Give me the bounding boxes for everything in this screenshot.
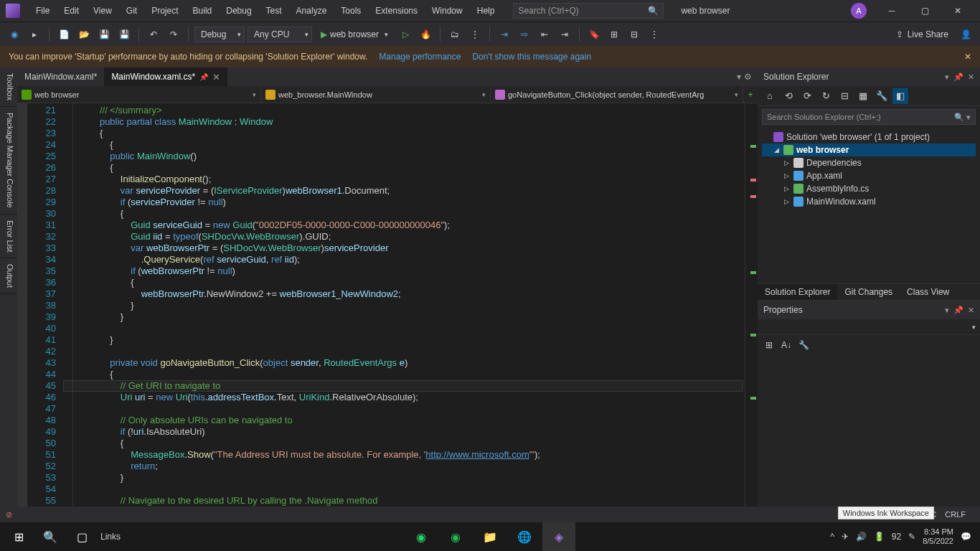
props-combo[interactable]: ▾ (758, 319, 980, 335)
error-count[interactable]: ⊘ (6, 510, 12, 519)
tool-1[interactable]: ⋮ (466, 26, 484, 43)
tray-chevron-icon[interactable]: ^ (830, 532, 834, 542)
whatsapp-icon[interactable]: ◉ (405, 522, 438, 551)
taskview-button[interactable]: ▢ (66, 522, 98, 551)
search-button[interactable]: 🔍 (34, 522, 66, 551)
menu-view[interactable]: View (86, 0, 119, 22)
collapse-icon[interactable]: ⊟ (837, 88, 852, 104)
categorized-icon[interactable]: ⊞ (762, 338, 776, 352)
menu-window[interactable]: Window (425, 0, 470, 22)
menu-debug[interactable]: Debug (219, 0, 258, 22)
show-all-icon[interactable]: ▦ (855, 88, 871, 104)
properties-icon[interactable]: 🔧 (874, 88, 890, 104)
switch-icon[interactable]: ⟲ (781, 88, 796, 104)
left-tab-output[interactable]: Output (0, 258, 17, 294)
indent-button[interactable]: ⇥ (556, 26, 573, 43)
refresh-icon[interactable]: ↻ (818, 88, 834, 104)
save-button[interactable]: 💾 (95, 26, 113, 43)
notifications-icon[interactable]: 💬 (961, 532, 971, 542)
volume-icon[interactable]: 🔊 (856, 532, 867, 542)
tree-item-dependencies[interactable]: ▷Dependencies (762, 156, 976, 169)
code-editor[interactable]: 2122232425262728293031323334353637383940… (17, 103, 758, 522)
wrench-icon[interactable]: 🔧 (796, 338, 811, 352)
alphabetical-icon[interactable]: A↓ (779, 338, 793, 352)
close-panel-button[interactable]: ✕ (968, 306, 974, 315)
browse-button[interactable]: 🗂 (446, 26, 463, 43)
menu-file[interactable]: File (29, 0, 57, 22)
redo-button[interactable]: ↷ (165, 26, 182, 43)
tab-mainwindow-cs[interactable]: MainWindow.xaml.cs* 📌 ✕ (104, 67, 227, 86)
nav-back-button[interactable]: ◉ (6, 26, 23, 43)
undo-button[interactable]: ↶ (145, 26, 162, 43)
battery-icon[interactable]: 🔋 (874, 532, 885, 542)
step-button[interactable]: ⇥ (496, 26, 513, 43)
close-button[interactable]: ✕ (941, 0, 974, 22)
minimize-button[interactable]: ─ (875, 0, 908, 22)
global-search-input[interactable]: Search (Ctrl+Q) 🔍 (513, 3, 664, 19)
manage-perf-link[interactable]: Manage performance (379, 52, 461, 62)
tab-mainwindow-xaml[interactable]: MainWindow.xaml* (17, 67, 104, 86)
menu-project[interactable]: Project (144, 0, 185, 22)
tree-item-assemblyinfo-cs[interactable]: ▷AssemblyInfo.cs (762, 182, 976, 195)
pin-icon[interactable]: 📌 (199, 73, 208, 81)
tab-git-changes[interactable]: Git Changes (837, 284, 900, 300)
start-debug-button[interactable]: ▶web browser▾ (315, 29, 394, 39)
links-toolbar[interactable]: Links (100, 532, 121, 542)
solution-node[interactable]: Solution 'web browser' (1 of 1 project) (762, 131, 976, 143)
left-tab-toolbox[interactable]: Toolbox (0, 67, 17, 107)
class-dropdown[interactable]: web_browser.MainWindow (261, 86, 491, 103)
maximize-button[interactable]: ▢ (908, 0, 941, 22)
chrome-icon[interactable]: 🌐 (508, 522, 541, 551)
menu-tools[interactable]: Tools (334, 0, 368, 22)
preview-button[interactable]: ▾ (737, 72, 741, 82)
new-project-button[interactable]: 📄 (55, 26, 72, 43)
ink-icon[interactable]: ✎ (908, 532, 915, 542)
menu-edit[interactable]: Edit (57, 0, 86, 22)
crlf-indicator[interactable]: CRLF (945, 510, 966, 519)
tree-item-app-xaml[interactable]: ▷App.xaml (762, 169, 976, 182)
start-button[interactable]: ⊞ (3, 522, 34, 551)
left-tab-package-manager-console[interactable]: Package Manager Console (0, 107, 17, 215)
spotify-icon[interactable]: ◉ (439, 522, 472, 551)
close-tab-button[interactable]: ✕ (212, 72, 220, 83)
dismiss-notif-link[interactable]: Don't show this message again (472, 52, 591, 62)
vs-taskbar-icon[interactable]: ◈ (542, 522, 575, 551)
tree-item-mainwindow-xaml[interactable]: ▷MainWindow.xaml (762, 195, 976, 208)
menu-git[interactable]: Git (119, 0, 144, 22)
member-dropdown[interactable]: goNavigateButton_Click(object sender, Ro… (491, 86, 743, 103)
add-icon[interactable]: + (743, 86, 758, 103)
outdent-button[interactable]: ⇤ (536, 26, 553, 43)
uncomment-button[interactable]: ⊟ (626, 26, 643, 43)
menu-build[interactable]: Build (186, 0, 220, 22)
close-notif-button[interactable]: ✕ (964, 52, 971, 62)
platform-dropdown[interactable]: Any CPU (248, 27, 312, 42)
menu-extensions[interactable]: Extensions (368, 0, 425, 22)
airplane-icon[interactable]: ✈ (842, 532, 849, 542)
config-dropdown[interactable]: Debug (194, 27, 245, 42)
hot-reload-button[interactable]: 🔥 (417, 26, 434, 43)
solution-search-input[interactable]: Search Solution Explorer (Ctrl+;) 🔍 ▾ (762, 109, 976, 125)
live-share-button[interactable]: ⇪ Live Share (890, 29, 954, 39)
overview-ruler[interactable] (745, 103, 758, 522)
more-button[interactable]: ⋮ (646, 26, 663, 43)
dropdown-icon[interactable]: ▾ (945, 72, 949, 82)
start-nodebug-button[interactable]: ▷ (397, 26, 414, 43)
properties-header[interactable]: Properties ▾ 📌 ✕ (758, 301, 980, 319)
tab-class-view[interactable]: Class View (900, 284, 956, 300)
project-dropdown[interactable]: web browser (17, 86, 261, 103)
feedback-button[interactable]: 👤 (957, 26, 974, 43)
open-button[interactable]: 📂 (75, 26, 93, 43)
sync-icon[interactable]: ⟳ (799, 88, 815, 104)
code-content[interactable]: /// </summary> public partial class Main… (73, 103, 745, 522)
user-avatar[interactable]: A (851, 3, 867, 19)
menu-help[interactable]: Help (470, 0, 502, 22)
project-node[interactable]: ◢ web browser (762, 143, 976, 156)
nav-fwd-button[interactable]: ▸ (26, 26, 43, 43)
home-icon[interactable]: ⌂ (762, 88, 778, 104)
explorer-icon[interactable]: 📁 (473, 522, 507, 551)
step-over-button[interactable]: ⇨ (516, 26, 533, 43)
dropdown-icon[interactable]: ▾ (945, 306, 949, 315)
save-all-button[interactable]: 💾 (116, 26, 133, 43)
comment-button[interactable]: ⊞ (606, 26, 623, 43)
menu-analyze[interactable]: Analyze (289, 0, 334, 22)
